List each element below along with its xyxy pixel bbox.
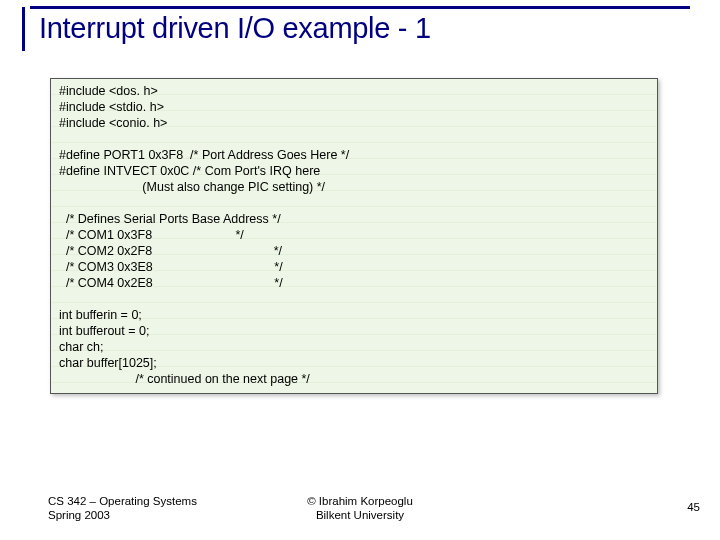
slide: Interrupt driven I/O example - 1 #includ… [0, 0, 720, 540]
slide-title: Interrupt driven I/O example - 1 [22, 7, 698, 51]
footer-university: Bilkent University [316, 509, 404, 521]
footer: CS 342 – Operating Systems Spring 2003 ©… [0, 494, 720, 526]
code-box: #include <dos. h> #include <stdio. h> #i… [50, 78, 658, 394]
footer-copyright: © Ibrahim Korpeoglu [307, 495, 413, 507]
page-number: 45 [687, 501, 700, 513]
title-block: Interrupt driven I/O example - 1 [22, 6, 698, 51]
code-content: #include <dos. h> #include <stdio. h> #i… [59, 83, 649, 387]
footer-center: © Ibrahim Korpeoglu Bilkent University [0, 494, 720, 522]
